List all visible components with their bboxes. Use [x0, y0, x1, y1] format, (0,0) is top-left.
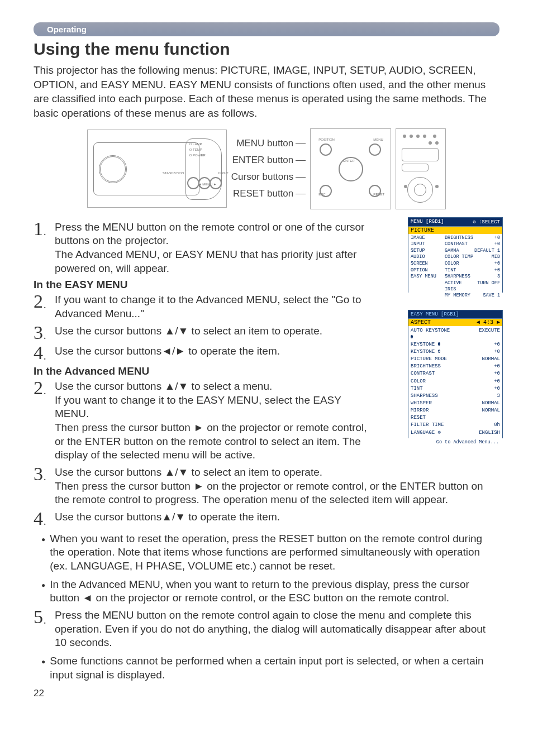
osd-adv-leftcol	[411, 293, 444, 299]
osd-adv-item: TINT	[445, 267, 473, 274]
osd-easy-item: WHISPER	[411, 400, 455, 406]
osd-advanced-menu: MENU [RGB1] ⊙ :SELECT PICTURE IMAGEBRIGH…	[408, 217, 503, 293]
cursor-buttons-label: Cursor buttons	[231, 171, 306, 183]
step-number: 4	[34, 510, 55, 528]
osd-adv-leftcol: OPTION	[411, 267, 444, 274]
osd-adv-highlight: PICTURE	[411, 227, 434, 233]
osd-adv-title-left: MENU [RGB1]	[411, 219, 444, 225]
control-panel-illustration: POSITION MENU ENTER ESC RESET	[310, 128, 391, 209]
osd-easy-value: 0h	[456, 422, 500, 428]
adv-step2a: Use the cursor buttons ▲/▼ to select a m…	[55, 380, 272, 392]
osd-easy-item: AUTO KEYSTONE ⧯	[411, 327, 455, 341]
easy-step2: If you want to change it to the Advanced…	[55, 293, 374, 320]
osd-easy-item: CONTRAST	[411, 370, 455, 377]
osd-easy-value	[456, 414, 500, 421]
osd-easy-item: FILTER TIME	[411, 422, 455, 428]
figure-row: O LAMP O TEMP O POWER STANDBY/ON INPUT ◄…	[34, 128, 499, 209]
remote-illustration	[396, 128, 446, 209]
osd-easy-footer: Go to Advanced Menu...	[408, 438, 502, 446]
osd-adv-item: MY MEMORY	[445, 293, 473, 299]
bullet-1: When you want to reset the operation, pr…	[50, 532, 499, 573]
osd-easy-hi-left: ASPECT	[411, 319, 431, 326]
osd-easy-value: NORMAL	[456, 356, 500, 362]
osd-adv-leftcol: EASY MENU	[411, 274, 444, 280]
osd-easy-item: MIRROR	[411, 407, 455, 414]
osd-easy-value: +0	[456, 348, 500, 355]
osd-easy-hi-right: ◄ 4:3 ►	[477, 319, 500, 326]
bullet-2: In the Advanced MENU, when you want to r…	[50, 578, 499, 605]
step-number: 2	[34, 380, 55, 397]
adv-step3b: Then press the cursor button ► on the pr…	[55, 480, 483, 506]
osd-adv-value: 3	[474, 274, 500, 280]
osd-easy-title: EASY MENU [RGB1]	[411, 312, 459, 317]
osd-adv-value: SAVE 1	[474, 293, 500, 299]
osd-adv-item: COLOR TEMP	[445, 254, 473, 260]
page-number: 22	[34, 688, 499, 699]
osd-easy-value: +0	[456, 363, 500, 370]
osd-easy-value: +0	[456, 385, 500, 392]
osd-adv-leftcol: SETUP	[411, 248, 444, 254]
osd-adv-leftcol: INPUT	[411, 241, 444, 247]
osd-adv-leftcol: SCREEN	[411, 261, 444, 267]
bullet-3: Some functions cannot be performed when …	[50, 654, 499, 682]
osd-adv-value: +0	[474, 267, 500, 274]
osd-adv-value: +0	[474, 241, 500, 247]
adv-step2c: Then press the cursor button ► on the pr…	[55, 422, 367, 461]
step-number: 2	[34, 293, 55, 310]
osd-adv-value: MID	[474, 254, 500, 260]
osd-easy-item: TINT	[411, 385, 455, 392]
enter-button-label: ENTER button	[232, 155, 306, 166]
reset-button-label: RESET button	[233, 188, 306, 199]
osd-easy-value: 3	[456, 393, 500, 399]
step-number: 3	[34, 466, 55, 483]
osd-easy-item: PICTURE MODE	[411, 356, 455, 362]
osd-adv-item: ACTIVE IRIS	[445, 280, 473, 292]
step1-text-b: The Advanced MENU, or EASY MENU that has…	[55, 248, 356, 274]
step1-text: Press the MENU button on the remote cont…	[55, 221, 364, 247]
osd-adv-value: +0	[474, 261, 500, 267]
osd-adv-value: DEFAULT 1	[474, 248, 500, 254]
osd-adv-item: SHARPNESS	[445, 274, 473, 280]
osd-easy-value: +0	[456, 378, 500, 385]
osd-easy-value: ENGLISH	[456, 429, 500, 436]
osd-easy-item: COLOR	[411, 378, 455, 385]
osd-easy-item: KEYSTONE ⧮	[411, 348, 455, 355]
osd-easy-value: +0	[456, 341, 500, 348]
osd-easy-value: +0	[456, 370, 500, 377]
step5-text: Press the MENU button on the remote cont…	[55, 609, 499, 650]
panel-button-labels: MENU button ENTER button Cursor buttons …	[231, 138, 306, 199]
step-number: 1	[34, 221, 55, 238]
osd-adv-item: GAMMA	[445, 248, 473, 254]
osd-adv-item: CONTRAST	[445, 241, 473, 247]
osd-easy-item: RESET	[411, 414, 455, 421]
osd-easy-value: NORMAL	[456, 407, 500, 414]
osd-easy-item: SHARPNESS	[411, 393, 455, 399]
projector-illustration: O LAMP O TEMP O POWER STANDBY/ON INPUT ◄…	[87, 130, 227, 208]
osd-easy-item: LANGUAGE ⊚	[411, 429, 455, 436]
menu-button-label: MENU button	[236, 138, 306, 149]
osd-easy-menu: EASY MENU [RGB1] ASPECT ◄ 4:3 ► AUTO KEY…	[408, 310, 503, 438]
osd-adv-title-right: ⊙ :SELECT	[473, 219, 500, 225]
osd-adv-leftcol: AUDIO	[411, 254, 444, 260]
adv-step2b: If you want to change it to the EASY MEN…	[55, 394, 341, 420]
osd-adv-item: COLOR	[445, 261, 473, 267]
osd-easy-item: BRIGHTNESS	[411, 363, 455, 370]
section-bar: Operating	[34, 22, 499, 36]
osd-adv-leftcol	[411, 280, 444, 292]
osd-easy-item: KEYSTONE ⧯	[411, 341, 455, 348]
adv-step4: Use the cursor buttons▲/▼ to operate the…	[55, 510, 499, 524]
easy-step3: Use the cursor buttons ▲/▼ to select an …	[55, 324, 374, 338]
osd-easy-value: NORMAL	[456, 400, 500, 406]
osd-adv-item: BRIGHTNESS	[445, 235, 473, 241]
step-number: 4	[34, 344, 55, 362]
osd-adv-value: TURN OFF	[474, 280, 500, 292]
osd-adv-value: +0	[474, 235, 500, 241]
easy-step4: Use the cursor buttons◄/► to operate the…	[55, 344, 374, 358]
content-block: MENU [RGB1] ⊙ :SELECT PICTURE IMAGEBRIGH…	[34, 221, 499, 699]
osd-adv-leftcol: IMAGE	[411, 235, 444, 241]
page-title: Using the menu function	[34, 40, 499, 59]
osd-easy-value: EXECUTE	[456, 327, 500, 341]
step-number: 5	[34, 609, 55, 626]
intro-paragraph: This projector has the following menus: …	[34, 63, 499, 121]
step-number: 3	[34, 324, 55, 342]
